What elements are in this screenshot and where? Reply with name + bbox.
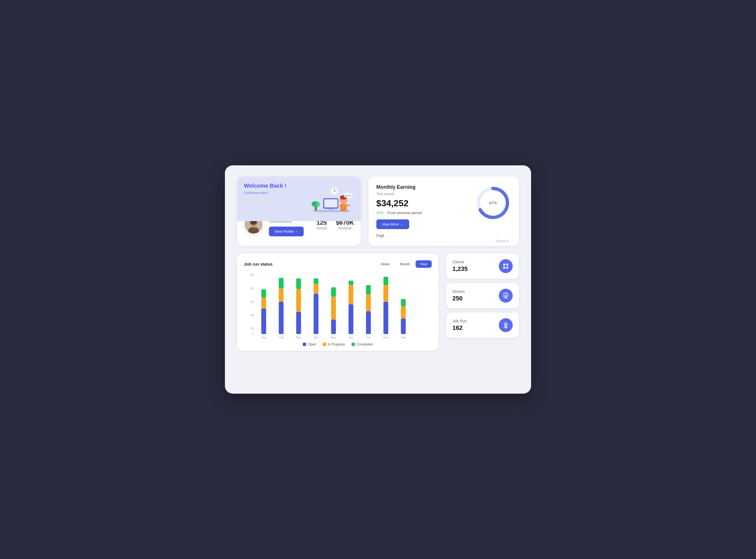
- svg-rect-65: [366, 294, 371, 311]
- svg-rect-62: [348, 281, 353, 285]
- legend-open: Open: [303, 342, 316, 346]
- svg-text:Jun: Jun: [348, 336, 353, 339]
- svg-rect-76: [503, 264, 505, 266]
- svg-point-15: [348, 195, 349, 196]
- svg-rect-41: [261, 297, 266, 309]
- svg-text:Jul: Jul: [367, 336, 370, 339]
- view-more-button[interactable]: View More →: [376, 219, 409, 229]
- bottom-row: Job run status Week Month Year 100: [237, 253, 519, 351]
- svg-rect-46: [279, 278, 283, 288]
- svg-text:Aug: Aug: [383, 336, 389, 339]
- filter-week[interactable]: Week: [376, 260, 394, 268]
- view-profile-button[interactable]: View Profile →: [269, 227, 304, 236]
- svg-rect-45: [279, 288, 283, 302]
- clients-icon: [499, 259, 513, 273]
- legend-label-completed: Completed: [357, 342, 373, 346]
- svg-rect-54: [314, 278, 318, 284]
- svg-text:100: 100: [249, 273, 254, 277]
- drivers-info: Drivers 250: [452, 289, 464, 302]
- svg-rect-25: [249, 228, 259, 233]
- legend-dot-inprogress: [323, 343, 326, 346]
- svg-rect-56: [331, 319, 336, 334]
- jobrun-icon: [499, 318, 513, 332]
- legend-label-inprogress: In Progress: [328, 342, 345, 346]
- donut-chart: 67%: [475, 185, 511, 221]
- svg-point-81: [505, 324, 507, 326]
- svg-rect-42: [261, 289, 266, 297]
- svg-rect-60: [348, 304, 353, 334]
- svg-rect-70: [384, 277, 388, 285]
- svg-rect-69: [384, 285, 388, 302]
- clients-label: Clients: [452, 260, 467, 264]
- svg-text:Apr: Apr: [314, 336, 318, 339]
- svg-text:67%: 67%: [489, 201, 497, 205]
- banner-illustration: [302, 179, 352, 218]
- top-row: Welcome Back ! Outthinkcoders: [237, 177, 519, 246]
- chart-area: 100 80 60 40 20 0 Jan Feb: [244, 272, 432, 339]
- svg-text:80: 80: [251, 287, 254, 290]
- legend-dot-completed: [351, 343, 355, 346]
- svg-text:0: 0: [252, 332, 254, 336]
- svg-text:Sep: Sep: [400, 336, 406, 339]
- jobrun-label: Job Run: [452, 319, 467, 323]
- chart-filters: Week Month Year: [376, 260, 432, 268]
- drivers-card: Drivers 250: [446, 283, 519, 308]
- svg-rect-78: [503, 267, 505, 269]
- svg-rect-58: [331, 287, 336, 297]
- welcome-card: Welcome Back ! Outthinkcoders: [237, 177, 361, 246]
- svg-rect-10: [340, 204, 347, 211]
- svg-rect-11: [337, 204, 341, 206]
- svg-text:May: May: [331, 336, 337, 339]
- svg-rect-44: [279, 302, 283, 334]
- change-arrow: ↑: [385, 211, 387, 215]
- chart-title: Job run status: [244, 262, 273, 266]
- svg-rect-50: [296, 278, 301, 289]
- svg-rect-73: [401, 306, 406, 318]
- clients-card: Clients 1,235: [446, 253, 519, 279]
- legend-completed: Completed: [351, 342, 373, 346]
- svg-rect-49: [296, 289, 301, 312]
- earning-card: Monthly Earning This month $34,252 12% ↑…: [369, 177, 519, 246]
- svg-rect-64: [366, 311, 371, 334]
- svg-rect-72: [401, 318, 406, 334]
- svg-text:40: 40: [251, 313, 254, 317]
- jobrun-card: Job Run 162: [446, 313, 519, 338]
- chart-card: Job run status Week Month Year 100: [237, 253, 438, 351]
- svg-rect-74: [401, 299, 406, 306]
- svg-rect-77: [506, 264, 508, 266]
- filter-year[interactable]: Year: [416, 260, 432, 268]
- svg-rect-2: [324, 199, 337, 207]
- welcome-banner: Welcome Back ! Outthinkcoders: [237, 177, 361, 221]
- svg-rect-48: [296, 312, 301, 334]
- svg-rect-12: [346, 204, 350, 206]
- svg-rect-40: [261, 309, 266, 334]
- chart-header: Job run status Week Month Year: [244, 260, 432, 268]
- svg-rect-52: [314, 294, 318, 334]
- svg-rect-3: [329, 209, 333, 210]
- change-text: From previous period: [387, 211, 422, 215]
- svg-point-14: [346, 195, 347, 196]
- series-label: Series A: [496, 239, 509, 243]
- drivers-value: 250: [452, 295, 464, 302]
- svg-rect-4: [327, 210, 335, 211]
- svg-rect-68: [384, 302, 388, 334]
- dashboard: Welcome Back ! Outthinkcoders: [225, 165, 531, 394]
- svg-rect-61: [348, 285, 353, 304]
- stats-cards: Clients 1,235 Drivers 250: [446, 253, 519, 338]
- change-pct: 12%: [376, 211, 384, 215]
- clients-info: Clients 1,235: [452, 260, 467, 272]
- drivers-label: Drivers: [452, 289, 464, 294]
- paid-label: Paid: [376, 233, 511, 238]
- legend-dot-open: [303, 343, 306, 346]
- vehicle-label: Vehicle: [316, 226, 327, 230]
- svg-text:60: 60: [251, 300, 254, 304]
- jobrun-info: Job Run 162: [452, 319, 467, 332]
- svg-rect-53: [314, 284, 318, 294]
- svg-point-7: [312, 202, 317, 206]
- svg-rect-57: [331, 297, 336, 319]
- svg-text:Jan: Jan: [261, 336, 266, 339]
- filter-month[interactable]: Month: [395, 260, 414, 268]
- clients-value: 1,235: [452, 265, 467, 272]
- chart-legend: Open In Progress Completed: [244, 342, 432, 346]
- drivers-icon: [499, 289, 513, 303]
